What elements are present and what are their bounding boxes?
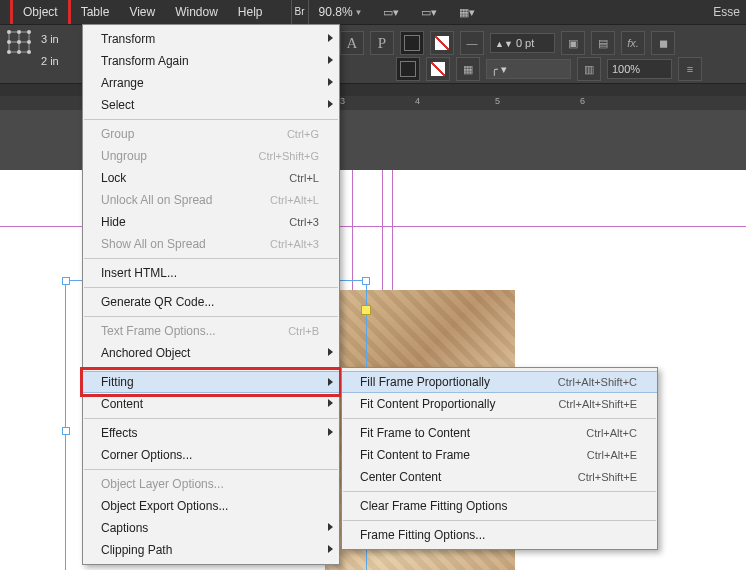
svg-point-10 (17, 50, 21, 54)
svg-point-8 (27, 40, 31, 44)
menu-view[interactable]: View (119, 0, 165, 24)
menu-item-shortcut: Ctrl+Shift+G (258, 150, 319, 162)
fitting-menu-item-frame-fitting-options[interactable]: Frame Fitting Options... (342, 524, 657, 546)
object-menu-item-insert-html[interactable]: Insert HTML... (83, 262, 339, 284)
fill-swatch-icon[interactable] (400, 31, 424, 55)
arrange-documents-icon[interactable]: ▦▾ (457, 3, 477, 21)
object-menu-item-select[interactable]: Select (83, 94, 339, 116)
object-menu-item-transform-again[interactable]: Transform Again (83, 50, 339, 72)
object-menu-item-group: GroupCtrl+G (83, 123, 339, 145)
menu-item-label: Generate QR Code... (101, 295, 319, 309)
object-menu-item-lock[interactable]: LockCtrl+L (83, 167, 339, 189)
menu-item-label: Text Frame Options... (101, 324, 258, 338)
character-formatting-icon[interactable]: A (340, 31, 364, 55)
more-options-icon[interactable]: ≡ (678, 57, 702, 81)
svg-point-4 (17, 30, 21, 34)
submenu-arrow-icon (328, 56, 333, 64)
object-menu-item-content[interactable]: Content (83, 393, 339, 415)
corner-options-field[interactable]: ╭ ▾ (486, 59, 571, 79)
zoom-level[interactable]: 90.8% (319, 5, 353, 19)
text-wrap-none-icon[interactable]: ▣ (561, 31, 585, 55)
menu-item-label: Group (101, 127, 257, 141)
fitting-menu-item-center-content[interactable]: Center ContentCtrl+Shift+E (342, 466, 657, 488)
menu-item-label: Effects (101, 426, 319, 440)
object-menu-item-fitting[interactable]: Fitting (83, 371, 339, 393)
fitting-menu-item-fit-content-proportionally[interactable]: Fit Content ProportionallyCtrl+Alt+Shift… (342, 393, 657, 415)
object-menu-item-show-all-on-spread: Show All on SpreadCtrl+Alt+3 (83, 233, 339, 255)
menu-item-label: Fitting (101, 375, 319, 389)
reference-point-icon[interactable] (6, 29, 32, 55)
stroke-swatch-icon[interactable] (430, 31, 454, 55)
paragraph-formatting-icon[interactable]: P (370, 31, 394, 55)
menu-object[interactable]: Object (10, 0, 71, 27)
stroke-weight-field[interactable]: ▲▼ 0 pt (490, 33, 555, 53)
submenu-arrow-icon (328, 523, 333, 531)
text-wrap-shape-icon[interactable]: ▥ (577, 57, 601, 81)
object-menu-item-captions[interactable]: Captions (83, 517, 339, 539)
menu-help[interactable]: Help (228, 0, 273, 24)
menu-separator (343, 491, 656, 492)
ruler-tick: 5 (495, 96, 500, 106)
text-wrap-bounding-icon[interactable]: ▤ (591, 31, 615, 55)
content-grabber-icon[interactable] (361, 305, 371, 315)
object-menu-item-unlock-all-on-spread: Unlock All on SpreadCtrl+Alt+L (83, 189, 339, 211)
submenu-arrow-icon (328, 399, 333, 407)
menu-item-shortcut: Ctrl+B (288, 325, 319, 337)
svg-point-3 (7, 30, 11, 34)
object-menu-item-hide[interactable]: HideCtrl+3 (83, 211, 339, 233)
menu-item-label: Frame Fitting Options... (360, 528, 637, 542)
menu-item-shortcut: Ctrl+Shift+E (578, 471, 637, 483)
menu-item-label: Fit Content to Frame (360, 448, 557, 462)
menu-item-shortcut: Ctrl+3 (289, 216, 319, 228)
object-menu-item-corner-options[interactable]: Corner Options... (83, 444, 339, 466)
menu-item-shortcut: Ctrl+Alt+L (270, 194, 319, 206)
menu-window[interactable]: Window (165, 0, 228, 24)
workspace-label[interactable]: Esse (713, 0, 740, 24)
object-menu-item-object-layer-options: Object Layer Options... (83, 473, 339, 495)
menu-separator (84, 367, 338, 368)
resize-handle[interactable] (362, 277, 370, 285)
object-menu-item-transform[interactable]: Transform (83, 28, 339, 50)
effects-icon[interactable]: fx. (621, 31, 645, 55)
ruler-tick: 4 (415, 96, 420, 106)
object-menu-item-effects[interactable]: Effects (83, 422, 339, 444)
object-menu-item-ungroup: UngroupCtrl+Shift+G (83, 145, 339, 167)
stroke-style-icon[interactable]: — (460, 31, 484, 55)
menu-item-shortcut: Ctrl+Alt+Shift+C (558, 376, 637, 388)
object-menu-item-anchored-object[interactable]: Anchored Object (83, 342, 339, 364)
menu-item-label: Center Content (360, 470, 548, 484)
object-menu-item-generate-qr-code[interactable]: Generate QR Code... (83, 291, 339, 313)
object-menu-item-clipping-path[interactable]: Clipping Path (83, 539, 339, 561)
resize-handle[interactable] (62, 427, 70, 435)
menu-table[interactable]: Table (71, 0, 120, 24)
submenu-arrow-icon (328, 78, 333, 86)
submenu-arrow-icon (328, 100, 333, 108)
fitting-menu-item-clear-frame-fitting-options[interactable]: Clear Frame Fitting Options (342, 495, 657, 517)
no-stroke-icon[interactable] (426, 57, 450, 81)
object-menu-item-object-export-options[interactable]: Object Export Options... (83, 495, 339, 517)
fill-swatch2-icon[interactable] (396, 57, 420, 81)
menu-separator (84, 287, 338, 288)
menu-separator (343, 520, 656, 521)
menu-item-label: Transform Again (101, 54, 319, 68)
menu-item-label: Corner Options... (101, 448, 319, 462)
object-menu: TransformTransform AgainArrangeSelectGro… (82, 24, 340, 565)
resize-handle[interactable] (62, 277, 70, 285)
gradient-icon[interactable]: ▦ (456, 57, 480, 81)
screen-mode-icon[interactable]: ▭▾ (419, 3, 439, 21)
view-options-icon[interactable]: ▭▾ (381, 3, 401, 21)
fitting-menu-item-fit-content-to-frame[interactable]: Fit Content to FrameCtrl+Alt+E (342, 444, 657, 466)
menu-item-label: Content (101, 397, 319, 411)
opacity-field[interactable]: 100% (607, 59, 672, 79)
fitting-menu-item-fill-frame-proportionally[interactable]: Fill Frame ProportionallyCtrl+Alt+Shift+… (342, 371, 657, 393)
fitting-submenu: Fill Frame ProportionallyCtrl+Alt+Shift+… (341, 367, 658, 550)
bridge-button[interactable]: Br (291, 0, 309, 25)
submenu-arrow-icon (328, 428, 333, 436)
fitting-menu-item-fit-frame-to-content[interactable]: Fit Frame to ContentCtrl+Alt+C (342, 422, 657, 444)
object-menu-item-arrange[interactable]: Arrange (83, 72, 339, 94)
menubar: Object Table View Window Help Br 90.8% ▼… (0, 0, 746, 24)
menu-item-shortcut: Ctrl+Alt+E (587, 449, 637, 461)
chevron-down-icon[interactable]: ▼ (355, 8, 363, 17)
menu-item-label: Clear Frame Fitting Options (360, 499, 637, 513)
drop-shadow-icon[interactable]: ◼ (651, 31, 675, 55)
